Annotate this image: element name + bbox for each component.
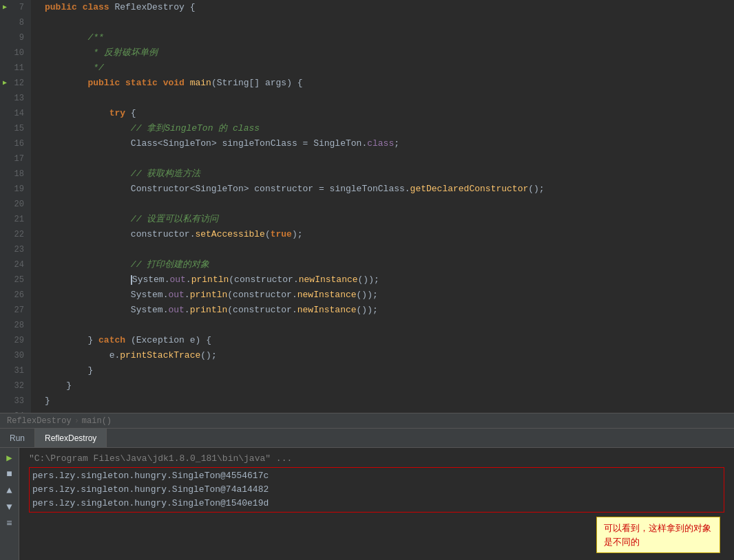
line-code: // 设置可以私有访问 [31, 212, 734, 227]
line-code [31, 409, 734, 413]
line-number: 13 [0, 91, 31, 106]
line-number: 29 [0, 333, 31, 348]
table-row: 27 System.out.println(constructor.newIns… [0, 303, 734, 318]
table-row: 20 [0, 197, 734, 212]
line-number: 19 [0, 182, 31, 197]
table-row: 16 Class<SingleTon> singleTonClass = Sin… [0, 136, 734, 151]
line-number: ▶ 12 [0, 76, 31, 91]
line-code: } [31, 378, 734, 394]
run-stop-button[interactable]: ■ [3, 467, 17, 481]
line-code: constructor.setAccessible(true); [31, 227, 734, 242]
breadcrumb-method: main() [82, 416, 112, 426]
line-code: Class<SingleTon> singleTonClass = Single… [31, 136, 734, 151]
table-row: 23 [0, 242, 734, 257]
table-row: 9 /** [0, 30, 734, 45]
line-code: System.out.println(constructor.newInstan… [31, 272, 734, 288]
table-row: 25 System.out.println(constructor.newIns… [0, 272, 734, 288]
annotation-text: 可以看到，这样拿到的对象是不同的 [604, 523, 711, 547]
run-output: "C:\Program Files\Java\jdk1.8.0_181\bin\… [25, 451, 728, 514]
tab-reflexdestroy[interactable]: ReflexDestroy [35, 429, 107, 447]
line-number: 21 [0, 212, 31, 227]
line-number: 8 [0, 15, 31, 30]
line-code [31, 91, 734, 106]
line-number: 28 [0, 318, 31, 333]
tab-run-label: Run [10, 433, 25, 443]
line-code: try { [31, 106, 734, 121]
table-row: 26 System.out.println(constructor.newIns… [0, 288, 734, 303]
line-number: 25 [0, 272, 31, 288]
tab-reflexdestroy-label: ReflexDestroy [45, 433, 96, 443]
line-number: 17 [0, 151, 31, 166]
table-row: 28 [0, 318, 734, 333]
table-row: 21 // 设置可以私有访问 [0, 212, 734, 227]
line-number: 15 [0, 121, 31, 136]
table-row: 11 */ [0, 61, 734, 76]
line-code: } [31, 363, 734, 378]
table-row: 32 } [0, 378, 734, 394]
line-code: public class ReflexDestroy { [31, 0, 734, 15]
run-wrap-button[interactable]: ≡ [3, 517, 17, 530]
run-scroll-down-button[interactable]: ▼ [3, 500, 17, 514]
breadcrumb-class: ReflexDestroy [7, 416, 72, 426]
table-row: 22 constructor.setAccessible(true); [0, 227, 734, 242]
run-arrow-icon: ▶ [3, 76, 7, 91]
line-code: System.out.println(constructor.newInstan… [31, 303, 734, 318]
line-number: ▶ 7 [0, 0, 31, 15]
table-row: ▶ 7 public class ReflexDestroy { [0, 0, 734, 15]
line-code: * 反射破坏单例 [31, 45, 734, 61]
line-code [31, 318, 734, 333]
line-code: public static void main(String[] args) { [31, 76, 734, 91]
line-number: 16 [0, 136, 31, 151]
table-row: 30 e.printStackTrace(); [0, 348, 734, 363]
table-row: 24 // 打印创建的对象 [0, 257, 734, 272]
run-arrow-icon: ▶ [3, 0, 7, 15]
breadcrumb: ReflexDestroy › main() [0, 413, 734, 428]
table-row: ▶ 12 public static void main(String[] ar… [0, 76, 734, 91]
run-content: ▶ ■ ▲ ▼ ≡ "C:\Program Files\Java\jdk1.8.… [0, 448, 734, 560]
code-editor: ▶ 7 public class ReflexDestroy { 8 9 /**… [0, 0, 734, 413]
line-number: 33 [0, 394, 31, 409]
line-number: 26 [0, 288, 31, 303]
table-row: 18 // 获取构造方法 [0, 166, 734, 182]
line-number: 20 [0, 197, 31, 212]
line-code: } catch (Exception e) { [31, 333, 734, 348]
line-code [31, 197, 734, 212]
line-code [31, 15, 734, 30]
line-number: 14 [0, 106, 31, 121]
breadcrumb-separator: › [74, 416, 79, 426]
line-code: // 拿到SingleTon 的 class [31, 121, 734, 136]
line-number: 11 [0, 61, 31, 76]
table-row: 34 [0, 409, 734, 413]
table-row: 17 [0, 151, 734, 166]
run-toolbar: ▶ ■ ▲ ▼ ≡ [0, 448, 19, 560]
line-number: 24 [0, 257, 31, 272]
line-number: 34 [0, 409, 31, 413]
line-code: // 获取构造方法 [31, 166, 734, 182]
line-code: */ [31, 61, 734, 76]
table-row: 31 } [0, 363, 734, 378]
table-row: 10 * 反射破坏单例 [0, 45, 734, 61]
line-code: Constructor<SingleTon> constructor = sin… [31, 182, 734, 197]
run-panel: Run ReflexDestroy ▶ ■ ▲ ▼ ≡ "C:\Program … [0, 428, 734, 560]
run-command-line: "C:\Program Files\Java\jdk1.8.0_181\bin\… [29, 452, 724, 466]
line-number: 27 [0, 303, 31, 318]
output-line-1: pers.lzy.singleton.hungry.SingleTon@4554… [32, 469, 721, 483]
line-code: System.out.println(constructor.newInstan… [31, 288, 734, 303]
line-code: e.printStackTrace(); [31, 348, 734, 363]
line-number: 10 [0, 45, 31, 61]
line-number: 22 [0, 227, 31, 242]
run-play-button[interactable]: ▶ [3, 451, 17, 464]
line-code [31, 151, 734, 166]
line-number: 32 [0, 378, 31, 394]
line-code: /** [31, 30, 734, 45]
output-box: pers.lzy.singleton.hungry.SingleTon@4554… [29, 467, 724, 513]
line-number: 18 [0, 166, 31, 182]
line-number: 31 [0, 363, 31, 378]
tab-run[interactable]: Run [0, 429, 35, 447]
run-scroll-up-button[interactable]: ▲ [3, 484, 17, 497]
output-line-2: pers.lzy.singleton.hungry.SingleTon@74a1… [32, 483, 721, 497]
run-tab-bar: Run ReflexDestroy [0, 429, 734, 448]
line-number: 23 [0, 242, 31, 257]
table-row: 13 [0, 91, 734, 106]
line-number: 9 [0, 30, 31, 45]
